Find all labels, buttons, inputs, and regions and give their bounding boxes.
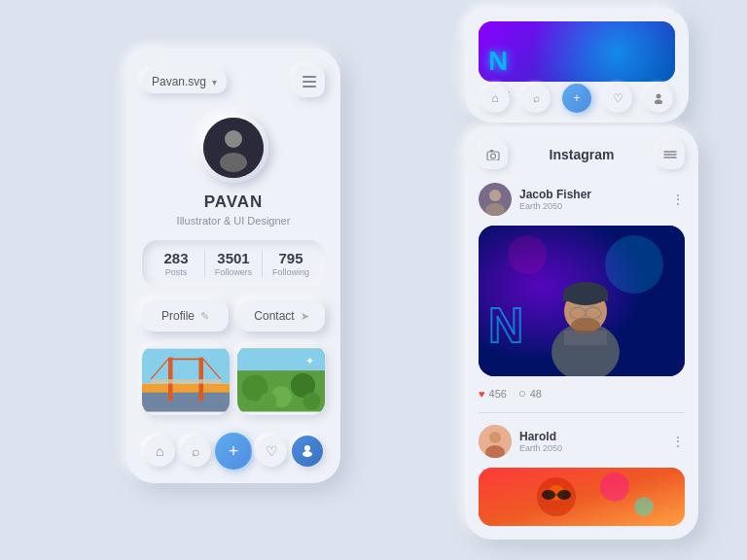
top-nav-user[interactable]: [644, 84, 673, 113]
svg-point-54: [542, 490, 555, 500]
profile-button[interactable]: Profile ✎: [142, 300, 229, 332]
nav-user-button[interactable]: [292, 436, 323, 467]
stat-posts: 283 Posts: [148, 250, 204, 277]
svg-point-21: [302, 451, 312, 457]
harold-user-row: Harold Earth 2050 ⋮: [479, 425, 685, 458]
harold-subtitle: Earth 2050: [519, 443, 663, 453]
top-nav-add[interactable]: +: [562, 84, 591, 113]
top-card-nav: ⌂ ⌕ + ♡: [475, 84, 679, 113]
nav-search-button[interactable]: ⌕: [180, 436, 211, 467]
camera-icon: [486, 149, 500, 160]
svg-point-55: [557, 490, 571, 500]
svg-point-22: [657, 94, 661, 99]
svg-text:✦: ✦: [305, 355, 314, 367]
images-row: ✦: [142, 345, 325, 415]
harold-username: Harold: [519, 430, 663, 443]
hamburger-button[interactable]: [656, 140, 685, 169]
svg-rect-3: [142, 349, 230, 384]
nav-heart-button[interactable]: ♡: [256, 436, 287, 467]
followers-label: Followers: [215, 267, 253, 277]
profile-name: Pavan: [204, 192, 264, 212]
followers-count: 3501: [217, 250, 249, 266]
menu-line: [302, 86, 316, 88]
jacob-avatar: [479, 183, 512, 216]
thumbnail-aerial[interactable]: ✦: [237, 345, 325, 415]
search-icon: ⌕: [192, 443, 199, 459]
thumbnail-bridge[interactable]: [142, 345, 230, 415]
nav-home-button[interactable]: ⌂: [144, 436, 175, 467]
stat-followers: 3501 Followers: [204, 250, 262, 277]
svg-text:N: N: [488, 298, 523, 353]
svg-rect-24: [487, 152, 499, 160]
card-header: Pavan.svg ▾: [142, 66, 325, 97]
top-nav-home[interactable]: ⌂: [480, 84, 510, 113]
posts-count: 283: [163, 250, 188, 266]
contact-button[interactable]: Contact ➤: [238, 300, 325, 332]
neon-overlay: [479, 21, 675, 82]
heart-filled-icon: ♥: [479, 388, 485, 400]
first-post-likes: ♥ 456 ○ 48: [479, 386, 685, 401]
top-nav-search[interactable]: ⌕: [521, 84, 551, 113]
avatar-ring: [198, 113, 268, 183]
stat-following: 795 Following: [262, 250, 319, 277]
instagram-card: Instagram Jacob Fisher Earth 2050 ⋮: [465, 126, 698, 540]
contact-label: Contact: [254, 309, 294, 323]
svg-point-53: [634, 497, 654, 516]
svg-rect-5: [142, 393, 230, 412]
svg-rect-49: [479, 468, 685, 526]
svg-point-34: [605, 235, 663, 294]
dropdown-label: Pavan.svg: [152, 75, 206, 88]
svg-point-20: [304, 445, 310, 451]
top-nav-heart[interactable]: ♡: [603, 84, 632, 113]
edit-icon: ✎: [200, 310, 209, 323]
bridge-image: [142, 345, 230, 415]
svg-point-47: [489, 432, 501, 443]
harold-post-image: [479, 468, 685, 526]
jacob-post-svg: N: [479, 226, 685, 376]
svg-rect-11: [151, 379, 221, 384]
harold-more-button[interactable]: ⋮: [671, 434, 685, 449]
top-post-image: N: [479, 21, 675, 82]
home-icon: ⌂: [156, 443, 163, 459]
jacob-info: Jacob Fisher Earth 2050: [519, 188, 663, 211]
menu-button[interactable]: [294, 66, 325, 97]
instagram-title: Instagram: [550, 147, 615, 162]
following-label: Following: [272, 267, 309, 277]
menu-line: [302, 81, 316, 83]
avatar: [203, 118, 264, 178]
neon-letter: N: [488, 46, 508, 77]
svg-rect-39: [563, 294, 608, 301]
svg-point-23: [655, 100, 662, 105]
jacob-post-image: N: [479, 226, 685, 376]
file-dropdown[interactable]: Pavan.svg ▾: [142, 70, 227, 93]
svg-point-17: [260, 393, 277, 410]
first-post-user-row: Jacob Fisher Earth 2050 ⋮: [479, 183, 685, 216]
post-more-button[interactable]: ⋮: [671, 192, 685, 207]
aerial-image: ✦: [237, 345, 325, 415]
jacob-likes-count: 456: [489, 388, 507, 400]
jacob-avatar-svg: [479, 183, 512, 216]
nav-add-button[interactable]: +: [215, 433, 252, 470]
harold-post-svg: [479, 468, 685, 526]
harold-info: Harold Earth 2050: [519, 430, 663, 453]
svg-point-2: [220, 153, 247, 172]
svg-point-31: [489, 190, 501, 201]
svg-point-35: [508, 235, 547, 274]
send-icon: ➤: [301, 310, 309, 323]
svg-point-44: [571, 318, 600, 333]
bottom-nav: ⌂ ⌕ + ♡: [142, 425, 325, 470]
jacob-likes: ♥ 456: [479, 388, 507, 400]
left-profile-card: Pavan.svg ▾ Pavan Illustrator & UI Desig…: [126, 49, 340, 483]
profile-avatar-svg: [203, 118, 264, 178]
svg-point-25: [491, 154, 496, 158]
action-row: Profile ✎ Contact ➤: [142, 300, 325, 332]
comment-bubble-icon: ○: [518, 386, 526, 401]
chevron-down-icon: ▾: [212, 77, 217, 88]
svg-point-18: [303, 393, 321, 410]
camera-button[interactable]: [479, 140, 508, 169]
jacob-subtitle: Earth 2050: [519, 201, 663, 211]
jacob-comments-count: 48: [530, 388, 542, 400]
profile-label: Profile: [161, 309, 195, 323]
stats-row: 283 Posts 3501 Followers 795 Following: [142, 240, 325, 287]
menu-icon: [663, 150, 677, 159]
